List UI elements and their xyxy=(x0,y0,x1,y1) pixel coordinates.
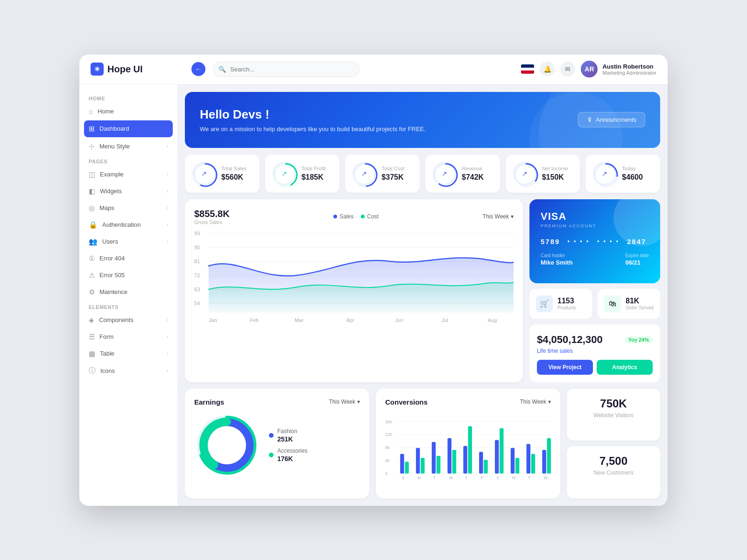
error505-icon: ⚠ xyxy=(89,271,95,280)
svg-text:Jul: Jul xyxy=(442,317,448,322)
stat-card-today: ↗ Today $4600 xyxy=(585,154,660,193)
metric-orders: 🛍 81K Order Served xyxy=(598,289,660,319)
app-title: Hope UI xyxy=(107,64,143,75)
visa-number: 5789 • • • • • • • • 2847 xyxy=(541,238,649,245)
stat-card-net-income: ↗ Net Income $150K xyxy=(506,154,580,193)
right-panel: VISA PREMIUM ACCOUNT 5789 • • • • • • • … xyxy=(529,199,660,382)
menu-style-icon: ⊹ xyxy=(89,142,95,151)
top-bar: ✳ Hope UI ← 🔍 🔔 ✉ AR Austin Robertson Ma… xyxy=(79,55,668,84)
sidebar-item-widgets[interactable]: ◧ Widgets › xyxy=(79,183,177,200)
sidebar-form-label: Form xyxy=(99,333,162,340)
stat-circle: ↗ xyxy=(593,162,616,185)
orders-icon: 🛍 xyxy=(604,295,621,312)
stat-circle: ↗ xyxy=(513,162,536,185)
sidebar-item-error404[interactable]: ① Error 404 xyxy=(79,250,177,267)
svg-text:T: T xyxy=(433,476,436,480)
sidebar-item-table[interactable]: ▦ Table › xyxy=(79,345,177,362)
stat-value: $185K xyxy=(302,173,326,182)
stat-label: Today xyxy=(622,166,643,171)
sidebar: Home ⌂ Home ⊞ Dashboard ⊹ Menu Style › P… xyxy=(79,84,177,506)
svg-rect-60 xyxy=(511,448,514,473)
svg-text:Jun: Jun xyxy=(395,317,403,322)
sidebar-components-label: Components xyxy=(99,316,162,323)
metric-value: 1153 xyxy=(557,297,576,305)
svg-text:Aug: Aug xyxy=(488,317,497,322)
user-info[interactable]: AR Austin Robertson Marketing Administra… xyxy=(581,61,656,77)
metric-label: Products xyxy=(557,305,576,310)
earnings-week-selector[interactable]: This Week ▾ xyxy=(329,399,360,405)
svg-text:81: 81 xyxy=(194,259,200,264)
stat-value: $742K xyxy=(462,173,484,182)
form-icon: ☰ xyxy=(89,333,95,341)
week-selector[interactable]: This Week ▾ xyxy=(483,213,514,220)
svg-rect-64 xyxy=(542,450,546,474)
svg-text:Jan: Jan xyxy=(209,317,217,322)
stat-value: $375K xyxy=(381,173,404,182)
mail-button[interactable]: ✉ xyxy=(560,62,575,77)
sidebar-item-maps[interactable]: ◎ Maps › xyxy=(79,200,177,217)
sidebar-item-menu-style[interactable]: ⊹ Menu Style › xyxy=(79,138,177,155)
stat-card-total-cost: ↗ Total Cost $375K xyxy=(345,154,420,193)
search-bar: 🔍 xyxy=(213,62,359,77)
error404-icon: ① xyxy=(89,254,95,263)
chart-legend: Sales Cost xyxy=(333,213,379,220)
sidebar-item-error505[interactable]: ⚠ Error 505 xyxy=(79,267,177,284)
main-layout: Home ⌂ Home ⊞ Dashboard ⊹ Menu Style › P… xyxy=(79,84,668,506)
sidebar-item-home[interactable]: ⌂ Home xyxy=(79,103,177,119)
sidebar-item-example[interactable]: ◫ Example › xyxy=(79,166,177,183)
svg-text:120: 120 xyxy=(385,432,392,437)
search-input[interactable] xyxy=(213,62,359,77)
sidebar-item-icons[interactable]: ⓘ Icons › xyxy=(79,362,177,379)
visa-card: VISA PREMIUM ACCOUNT 5789 • • • • • • • … xyxy=(529,199,660,283)
svg-text:S: S xyxy=(402,476,405,480)
svg-rect-65 xyxy=(547,438,551,473)
sidebar-error505-label: Error 505 xyxy=(99,272,168,279)
svg-text:W: W xyxy=(449,476,453,480)
chevron-right-icon: › xyxy=(167,351,168,356)
customers-value: 7,500 xyxy=(575,455,652,468)
notifications-button[interactable]: 🔔 xyxy=(540,62,555,77)
view-project-button[interactable]: View Project xyxy=(537,360,593,375)
legend-fashion: Fashion 251K xyxy=(269,428,308,443)
sales-amount: $4,050,12,300 xyxy=(537,334,603,346)
announcements-button[interactable]: 🎙 Announcments xyxy=(578,112,645,127)
chevron-right-icon: › xyxy=(167,222,168,227)
donut-legend: Fashion 251K Accessories 176K xyxy=(269,428,308,462)
sidebar-item-components[interactable]: ◈ Components › xyxy=(79,312,177,329)
stat-label: Total Profit xyxy=(302,166,326,171)
stat-circle: ↗ xyxy=(352,162,376,185)
chevron-right-icon: › xyxy=(167,334,168,339)
top-bar-actions: 🔔 ✉ AR Austin Robertson Marketing Admini… xyxy=(521,61,656,77)
svg-rect-47 xyxy=(405,462,409,473)
main-content: Hello Devs ! We are on a mission to help… xyxy=(177,84,668,506)
sidebar-item-maintence[interactable]: ⚙ Maintence xyxy=(79,284,177,301)
svg-text:M: M xyxy=(417,476,421,480)
svg-rect-55 xyxy=(468,426,472,473)
sidebar-item-authentication[interactable]: 🔒 Authentication › xyxy=(79,217,177,233)
sidebar-item-dashboard[interactable]: ⊞ Dashboard xyxy=(84,120,173,137)
language-flag[interactable] xyxy=(521,64,534,74)
svg-rect-63 xyxy=(531,454,535,473)
stat-card-total-sales: ↗ Total Sales $560K xyxy=(185,154,260,193)
svg-rect-61 xyxy=(515,457,519,473)
conversions-week-selector[interactable]: This Week ▾ xyxy=(520,399,551,405)
sidebar-users-label: Users xyxy=(102,238,162,245)
svg-text:Mar: Mar xyxy=(295,317,303,322)
svg-rect-48 xyxy=(416,448,420,473)
chevron-right-icon: › xyxy=(167,172,168,177)
search-icon: 🔍 xyxy=(218,66,226,73)
sidebar-item-form[interactable]: ☰ Form › xyxy=(79,329,177,345)
users-icon: 👥 xyxy=(89,238,98,246)
chevron-right-icon: › xyxy=(167,144,168,149)
sidebar-item-users[interactable]: 👥 Users › xyxy=(79,233,177,250)
svg-text:0: 0 xyxy=(385,471,388,476)
auth-icon: 🔒 xyxy=(89,221,98,229)
analytics-button[interactable]: Analytics xyxy=(597,360,653,375)
donut-chart xyxy=(194,413,260,478)
svg-rect-46 xyxy=(400,454,404,473)
sales-dot xyxy=(333,215,337,218)
line-chart: 99 90 81 72 63 54 xyxy=(194,229,514,322)
svg-text:S: S xyxy=(496,476,499,480)
back-button[interactable]: ← xyxy=(191,62,205,76)
yoy-badge: Yoy 24% xyxy=(625,336,653,343)
